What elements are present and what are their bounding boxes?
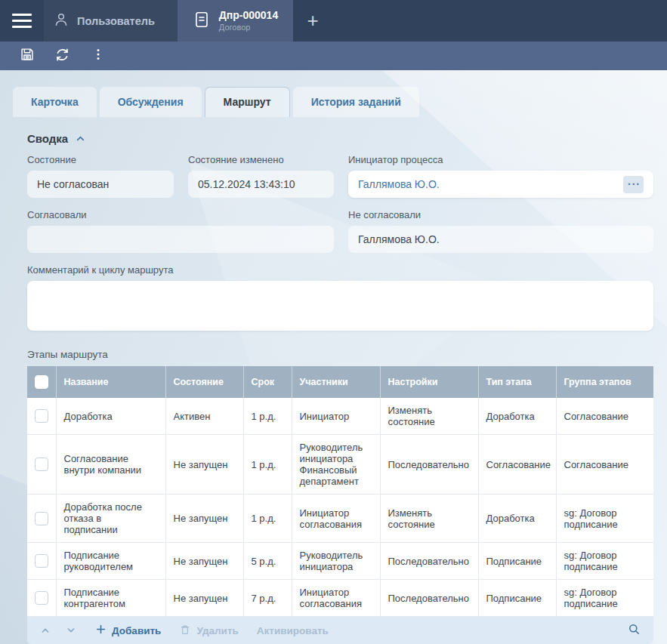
row-checkbox[interactable] — [35, 458, 48, 471]
field-initiator-input[interactable]: Галлямова Ю.О. ··· — [348, 171, 653, 198]
stage-row[interactable]: Подписание контрагентом Не запущен 7 р.д… — [27, 580, 653, 617]
stage-name-cell: Согласование внутри компании — [56, 435, 165, 495]
tab-task-history[interactable]: История заданий — [293, 87, 419, 117]
stage-settings-cell: Изменять состояние — [380, 495, 478, 543]
stage-name-cell: Подписание контрагентом — [56, 580, 165, 617]
stage-row[interactable]: Согласование внутри компании Не запущен … — [27, 435, 653, 495]
field-state-changed: Состояние изменено 05.12.2024 13:43:10 — [188, 154, 334, 198]
field-state: Состояние Не согласован — [27, 154, 174, 198]
doc-tab-title: Дпр-000014 — [219, 8, 278, 22]
column-header-term[interactable]: Срок — [243, 366, 292, 398]
stage-term-cell: 1 р.д. — [243, 495, 292, 543]
stage-type-cell: Согласование — [478, 435, 556, 495]
field-approved-label: Согласовали — [27, 209, 334, 220]
delete-stage-button[interactable]: Удалить — [179, 624, 238, 638]
stage-row[interactable]: Доработка после отказа в подписании Не з… — [27, 495, 653, 543]
column-header-stage-group[interactable]: Группа этапов — [556, 366, 653, 398]
stages-table: Название Состояние Срок Участники Настро… — [27, 366, 653, 617]
save-button[interactable] — [9, 42, 45, 70]
select-all-checkbox[interactable] — [35, 375, 48, 389]
tab-discussions[interactable]: Обсуждения — [100, 87, 202, 117]
row-checkbox[interactable] — [35, 409, 48, 423]
route-cycle-comment-input[interactable] — [27, 281, 653, 331]
stage-state-cell: Активен — [165, 398, 243, 435]
stage-group-cell: sg: Договор подписание — [556, 580, 653, 617]
activate-stage-button[interactable]: Активировать — [257, 625, 329, 636]
field-not-approved-label: Не согласовали — [348, 209, 653, 220]
activate-stage-label: Активировать — [257, 625, 329, 636]
document-tabs: Карточка Обсуждения Маршрут История зада… — [13, 87, 667, 117]
app-window: Пользователь Дпр-000014 Договор + — [0, 0, 667, 644]
stage-group-cell: Согласование — [556, 398, 653, 435]
field-not-approved-value: Галлямова Ю.О. — [348, 226, 653, 253]
tab-route[interactable]: Маршрут — [205, 87, 290, 117]
hamburger-menu-button[interactable] — [0, 0, 44, 42]
field-initiator-label: Инициатор процесса — [348, 154, 653, 165]
row-checkbox[interactable] — [35, 591, 48, 605]
stage-participants-cell: Инициатор — [292, 398, 380, 435]
move-down-button[interactable] — [65, 624, 77, 636]
doc-tab-subtitle: Договор — [219, 22, 278, 32]
stage-settings-cell: Изменять состояние — [380, 398, 478, 435]
more-vertical-icon — [91, 47, 106, 65]
field-route-comment-label: Комментарий к циклу маршрута — [27, 264, 653, 276]
collapse-summary-button[interactable] — [75, 133, 86, 144]
route-stages-section: Этапы маршрута Название Состояние Срок У… — [27, 349, 653, 644]
field-initiator-value: Галлямова Ю.О. — [358, 178, 440, 190]
stages-table-title: Этапы маршрута — [27, 349, 653, 360]
stage-participants-cell: Руководитель инициатора — [292, 543, 380, 580]
field-state-changed-label: Состояние изменено — [188, 154, 334, 165]
stage-term-cell: 1 р.д. — [243, 435, 292, 495]
stage-row[interactable]: Подписание руководителем Не запущен 5 р.… — [27, 543, 653, 580]
save-icon — [19, 46, 36, 66]
stage-group-cell: Согласование — [556, 435, 653, 495]
more-actions-button[interactable] — [80, 42, 116, 70]
stage-group-cell: sg: Договор подписание — [556, 495, 653, 543]
user-icon — [53, 11, 69, 30]
column-header-settings[interactable]: Настройки — [380, 366, 478, 398]
stage-participants-cell: Инициатор согласования — [292, 580, 380, 617]
refresh-icon — [54, 46, 71, 66]
tab-document-active[interactable]: Дпр-000014 Договор — [178, 0, 293, 42]
stage-type-cell: Подписание — [478, 580, 556, 617]
column-header-participants[interactable]: Участники — [292, 366, 380, 398]
search-icon — [627, 622, 641, 639]
column-header-stage-type[interactable]: Тип этапа — [478, 366, 556, 398]
tab-user[interactable]: Пользователь — [44, 0, 178, 42]
page-content: Карточка Обсуждения Маршрут История зада… — [0, 70, 667, 644]
field-state-value: Не согласован — [27, 171, 174, 198]
stage-name-cell: Доработка после отказа в подписании — [56, 495, 165, 543]
initiator-lookup-button[interactable]: ··· — [623, 176, 644, 193]
document-icon — [193, 11, 211, 32]
trash-icon — [179, 624, 191, 638]
stage-name-cell: Подписание руководителем — [56, 543, 165, 580]
stage-type-cell: Доработка — [478, 398, 556, 435]
field-approved-value — [27, 226, 334, 253]
stage-state-cell: Не запущен — [165, 580, 243, 617]
search-button[interactable] — [627, 622, 641, 639]
tab-card[interactable]: Карточка — [13, 87, 97, 117]
field-state-changed-value: 05.12.2024 13:43:10 — [188, 171, 334, 198]
stage-term-cell: 7 р.д. — [243, 580, 292, 617]
stage-type-cell: Подписание — [478, 543, 556, 580]
plus-icon — [95, 624, 107, 637]
row-checkbox[interactable] — [35, 512, 48, 525]
stage-term-cell: 1 р.д. — [243, 398, 292, 435]
refresh-button[interactable] — [45, 42, 80, 70]
new-tab-button[interactable]: + — [293, 0, 332, 42]
stage-row[interactable]: Доработка Активен 1 р.д. Инициатор Измен… — [27, 398, 653, 435]
stages-table-header-row: Название Состояние Срок Участники Настро… — [27, 366, 653, 398]
field-initiator: Инициатор процесса Галлямова Ю.О. ··· — [348, 154, 653, 198]
add-stage-button[interactable]: Добавить — [95, 624, 161, 637]
row-checkbox[interactable] — [35, 554, 48, 568]
stage-participants-cell: Руководитель инициатора Финансовый депар… — [292, 435, 380, 495]
stage-type-cell: Доработка — [478, 495, 556, 543]
move-up-button[interactable] — [39, 624, 51, 636]
column-header-name[interactable]: Название — [56, 366, 165, 398]
top-bar: Пользователь Дпр-000014 Договор + — [0, 0, 667, 42]
field-approved: Согласовали — [27, 209, 334, 253]
stage-state-cell: Не запущен — [165, 495, 243, 543]
column-header-state[interactable]: Состояние — [165, 366, 243, 398]
stage-group-cell: sg: Договор подписание — [556, 543, 653, 580]
stage-name-cell: Доработка — [56, 398, 165, 435]
